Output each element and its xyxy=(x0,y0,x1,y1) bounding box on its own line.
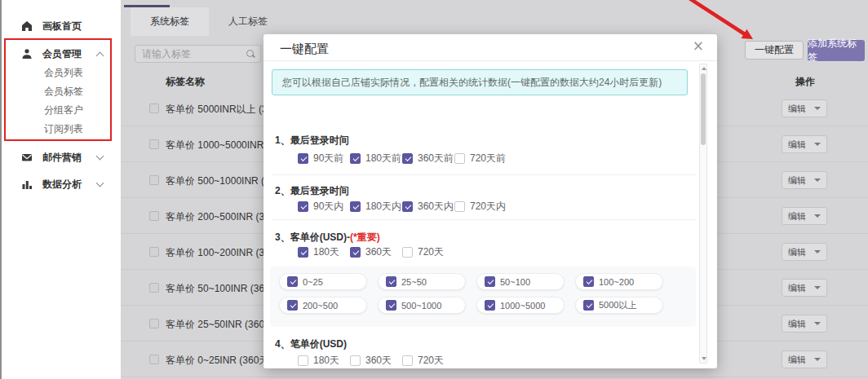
tab-manual-tags[interactable]: 人工标签 xyxy=(209,7,287,36)
search-icon[interactable] xyxy=(246,49,255,59)
checkbox-option[interactable]: 360天 xyxy=(350,354,402,368)
checkbox-option[interactable]: 50~100 xyxy=(476,273,565,290)
checkbox-option[interactable]: 180天前 xyxy=(350,152,402,165)
row-checkbox[interactable] xyxy=(149,211,159,221)
row-checkbox[interactable] xyxy=(149,247,159,257)
checked-checkbox[interactable] xyxy=(287,276,298,287)
edit-button[interactable]: 编辑 xyxy=(782,171,827,189)
unchecked-checkbox[interactable] xyxy=(454,153,465,164)
checkbox-option[interactable]: 25~50 xyxy=(378,273,466,290)
checkbox-option[interactable]: 720天内 xyxy=(454,200,507,214)
modal-scrollbar[interactable] xyxy=(699,64,707,364)
checkbox-option[interactable]: 180天 xyxy=(298,354,350,368)
option-label: 5000以上 xyxy=(599,299,636,311)
envelope-icon xyxy=(21,152,33,163)
checkbox-option[interactable]: 500~1000 xyxy=(378,297,466,314)
edit-button-label: 编辑 xyxy=(788,210,806,223)
checked-checkbox[interactable] xyxy=(350,201,361,212)
edit-button[interactable]: 编辑 xyxy=(782,350,827,368)
checkbox-option[interactable]: 200~500 xyxy=(279,297,367,314)
unchecked-checkbox[interactable] xyxy=(454,201,465,212)
scroll-up-icon[interactable] xyxy=(702,67,706,70)
option-label: 360天前 xyxy=(418,152,454,165)
checked-checkbox[interactable] xyxy=(386,300,396,311)
one-click-config-button[interactable]: 一键配置 xyxy=(745,41,804,59)
dropdown-caret-icon[interactable] xyxy=(814,250,821,253)
unchecked-checkbox[interactable] xyxy=(402,355,413,366)
dropdown-caret-icon[interactable] xyxy=(814,358,821,361)
checkbox-option[interactable]: 1000~5000 xyxy=(476,297,565,314)
dropdown-caret-icon[interactable] xyxy=(814,214,821,218)
checked-checkbox[interactable] xyxy=(386,276,396,287)
row-checkbox[interactable] xyxy=(149,104,159,113)
edit-button[interactable]: 编辑 xyxy=(782,243,827,261)
checked-checkbox[interactable] xyxy=(298,153,308,164)
checked-checkbox[interactable] xyxy=(583,300,594,311)
modal-title: 一键配置 xyxy=(280,42,329,57)
sidebar-item-dashboard-home[interactable]: 画板首页 xyxy=(2,18,121,34)
unchecked-checkbox[interactable] xyxy=(298,355,308,366)
sidebar-subitem-1[interactable]: 会员标签 xyxy=(2,84,121,99)
checked-checkbox[interactable] xyxy=(402,201,413,212)
unchecked-checkbox[interactable] xyxy=(350,355,361,366)
add-system-tag-button[interactable]: 添加系统标签 xyxy=(808,40,865,61)
sidebar-item-email-marketing[interactable]: 邮件营销 xyxy=(2,149,121,165)
checked-checkbox[interactable] xyxy=(402,153,413,164)
tag-search-input[interactable]: 请输入标签 xyxy=(135,45,261,63)
dropdown-caret-icon[interactable] xyxy=(814,286,821,289)
edit-button[interactable]: 编辑 xyxy=(782,99,827,117)
dropdown-caret-icon[interactable] xyxy=(814,107,821,110)
section-1-title: 1、最后登录时间 xyxy=(275,134,349,148)
checkbox-option[interactable]: 90天内 xyxy=(298,200,350,214)
checkbox-option[interactable]: 360天内 xyxy=(402,200,454,214)
checkbox-option[interactable]: 90天前 xyxy=(298,152,350,165)
scrollbar-thumb[interactable] xyxy=(701,73,706,145)
checkbox-option[interactable]: 720天 xyxy=(402,245,454,259)
sidebar-item-member-management[interactable]: 会员管理 xyxy=(2,46,121,62)
sidebar-item-data-analytics[interactable]: 数据分析 xyxy=(2,176,121,192)
checkbox-option[interactable]: 180天内 xyxy=(350,200,402,214)
dropdown-caret-icon[interactable] xyxy=(814,178,821,182)
row-checkbox[interactable] xyxy=(149,175,159,185)
checkbox-option[interactable]: 360天 xyxy=(350,245,402,259)
row-checkbox[interactable] xyxy=(149,355,159,364)
checkbox-option[interactable]: 0~25 xyxy=(279,273,367,290)
sidebar-subitem-3[interactable]: 订阅列表 xyxy=(2,121,121,136)
edit-button[interactable]: 编辑 xyxy=(782,207,827,225)
checked-checkbox[interactable] xyxy=(583,276,594,287)
checked-checkbox[interactable] xyxy=(298,247,308,258)
dropdown-caret-icon[interactable] xyxy=(814,322,821,325)
checkbox-option[interactable]: 720天 xyxy=(402,354,454,368)
row-checkbox[interactable] xyxy=(149,319,159,328)
option-label: 720天前 xyxy=(470,152,506,165)
checkbox-option[interactable]: 720天前 xyxy=(454,152,507,165)
bar-chart-icon xyxy=(21,178,33,190)
checked-checkbox[interactable] xyxy=(298,201,308,212)
sidebar-subitem-2[interactable]: 分组客户 xyxy=(2,103,121,117)
checked-checkbox[interactable] xyxy=(485,276,495,287)
checkbox-option[interactable]: 180天 xyxy=(298,245,350,259)
option-label: 25~50 xyxy=(401,277,427,287)
checked-checkbox[interactable] xyxy=(287,300,298,311)
checked-checkbox[interactable] xyxy=(350,153,361,164)
option-label: 180天内 xyxy=(365,200,401,214)
sidebar-subitem-0[interactable]: 会员列表 xyxy=(2,65,121,80)
unchecked-checkbox[interactable] xyxy=(402,247,413,258)
checkbox-option[interactable]: 360天前 xyxy=(402,152,454,165)
row-checkbox[interactable] xyxy=(149,139,159,149)
checkbox-option[interactable]: 5000以上 xyxy=(575,297,663,314)
scroll-down-icon[interactable] xyxy=(702,357,706,360)
checked-checkbox[interactable] xyxy=(485,300,495,311)
close-icon[interactable]: × xyxy=(693,39,704,53)
checked-checkbox[interactable] xyxy=(350,247,361,258)
dropdown-caret-icon[interactable] xyxy=(814,143,821,146)
edit-button[interactable]: 编辑 xyxy=(782,315,827,333)
option-label: 360天 xyxy=(365,354,392,368)
edit-button[interactable]: 编辑 xyxy=(782,279,827,297)
option-label: 180天 xyxy=(313,245,339,259)
option-label: 180天前 xyxy=(365,152,401,165)
edit-button[interactable]: 编辑 xyxy=(782,135,827,153)
checkbox-option[interactable]: 100~200 xyxy=(575,273,663,290)
tab-system-tags[interactable]: 系统标签 xyxy=(131,7,209,36)
row-checkbox[interactable] xyxy=(149,283,159,293)
